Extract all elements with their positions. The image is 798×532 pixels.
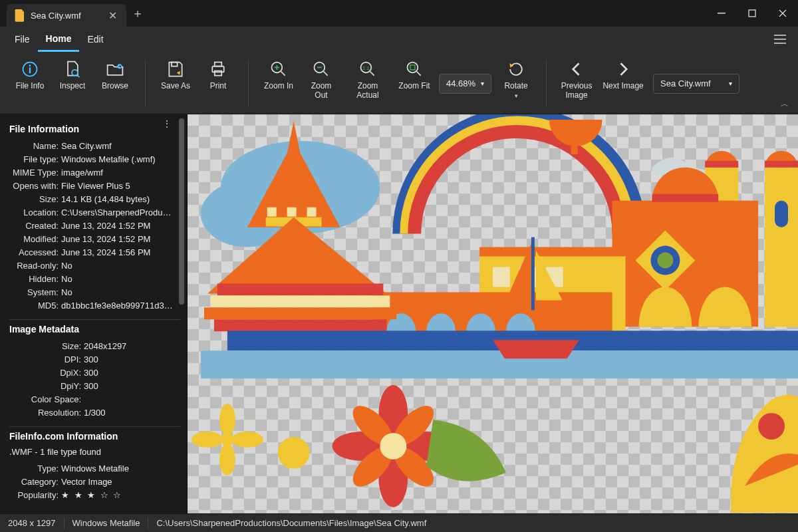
zoom-fit-icon: [405, 60, 424, 78]
inspect-icon: [63, 60, 82, 78]
prop-file-type: File type:Windows Metafile (.wmf): [9, 153, 180, 166]
file-picker-select[interactable]: Sea City.wmf ▾: [653, 74, 739, 94]
previous-image-button[interactable]: Previous Image: [556, 56, 597, 111]
save-as-button[interactable]: Save As: [155, 56, 196, 111]
svg-rect-49: [201, 350, 798, 378]
print-icon: [209, 60, 227, 78]
svg-point-5: [72, 70, 78, 76]
window-controls: [706, 0, 798, 27]
svg-point-58: [278, 437, 310, 469]
rotate-button[interactable]: Rotate ▾: [495, 56, 537, 111]
status-format: Windows Metafile: [65, 517, 149, 529]
prop-colorspace: Color Space:: [9, 393, 180, 406]
svg-point-53: [219, 404, 235, 436]
svg-point-56: [231, 432, 263, 448]
svg-point-54: [219, 444, 235, 475]
menu-file[interactable]: File: [7, 27, 38, 52]
status-path: C:\Users\SharpenedProductions\Documents\…: [148, 517, 434, 529]
prop-size: Size:14.1 KB (14,484 bytes): [9, 193, 180, 206]
svg-rect-27: [652, 194, 718, 202]
prop-resolution: Resolution:1/300: [9, 406, 180, 420]
menubar: File Home Edit: [0, 27, 798, 52]
prop-img-size: Size:2048x1297: [9, 340, 180, 353]
titlebar: Sea City.wmf ✕ ＋: [0, 0, 798, 27]
prop-readonly: Read-only:No: [9, 259, 180, 273]
minimize-button[interactable]: [706, 0, 737, 27]
print-button[interactable]: Print: [198, 56, 239, 111]
svg-rect-45: [211, 295, 390, 307]
svg-rect-9: [215, 63, 222, 66]
prop-fi-category: Category:Vector Image: [9, 475, 180, 489]
prop-dpix: DpiX:300: [9, 366, 180, 380]
next-image-button[interactable]: Next Image: [598, 56, 648, 111]
info-sidebar: ⋮ File Information Name:Sea City.wmf Fil…: [0, 114, 188, 513]
svg-rect-52: [531, 237, 535, 311]
svg-rect-1: [749, 10, 755, 17]
zoom-out-button[interactable]: Zoom Out: [301, 56, 342, 111]
zoom-in-button[interactable]: Zoom In: [258, 56, 299, 111]
image-preview: [188, 114, 798, 513]
sidebar-menu-button[interactable]: ⋮: [162, 118, 172, 129]
folder-icon: [106, 60, 124, 78]
prop-created: Created:June 13, 2024 1:52 PM: [9, 219, 180, 233]
image-canvas[interactable]: [188, 114, 798, 513]
prop-dpi: DPI:300: [9, 353, 180, 366]
sidebar-scrollbar[interactable]: [179, 118, 184, 509]
file-information-heading: File Information: [9, 124, 180, 134]
chevron-right-icon: [614, 60, 632, 78]
save-icon: [166, 60, 185, 78]
prop-accessed: Accessed:June 13, 2024 1:56 PM: [9, 246, 180, 259]
statusbar: 2048 x 1297 Windows Metafile C:\Users\Sh…: [0, 513, 798, 532]
main-area: ⋮ File Information Name:Sea City.wmf Fil…: [0, 114, 798, 513]
svg-point-55: [192, 432, 223, 448]
svg-point-3: [29, 65, 31, 66]
maximize-button[interactable]: [737, 0, 767, 27]
svg-rect-7: [172, 63, 178, 66]
svg-point-57: [221, 433, 234, 446]
chevron-down-icon: ▾: [515, 93, 518, 98]
menu-edit[interactable]: Edit: [79, 27, 111, 52]
svg-point-67: [380, 433, 406, 460]
browse-button[interactable]: Browse: [94, 56, 136, 111]
collapse-ribbon-button[interactable]: ︿: [781, 98, 789, 110]
zoom-level-select[interactable]: 44.68% ▾: [439, 74, 491, 94]
ribbon: File Info Inspect Browse Save As Print Z…: [0, 52, 798, 114]
svg-rect-19: [571, 134, 578, 154]
menu-home[interactable]: Home: [38, 27, 80, 52]
window-close-button[interactable]: [767, 0, 798, 27]
rotate-icon: [507, 60, 525, 78]
svg-rect-24: [765, 161, 798, 168]
zoom-actual-button[interactable]: 1:1 Zoom Actual: [343, 56, 392, 111]
image-metadata-heading: Image Metadata: [9, 324, 180, 334]
svg-rect-40: [267, 207, 277, 217]
svg-point-30: [657, 253, 673, 269]
prop-dpiy: DpiY:300: [9, 380, 180, 393]
tab-title: Sea City.wmf: [31, 11, 81, 21]
inspect-button[interactable]: Inspect: [52, 56, 93, 111]
prop-name: Name:Sea City.wmf: [9, 140, 180, 153]
prop-location: Location:C:\Users\SharpenedProductio...: [9, 206, 180, 219]
svg-rect-47: [214, 319, 386, 331]
file-icon: [15, 9, 25, 21]
prop-hidden: Hidden:No: [9, 273, 180, 286]
svg-point-68: [758, 413, 785, 440]
status-dimensions: 2048 x 1297: [0, 517, 65, 529]
hamburger-button[interactable]: [762, 27, 798, 52]
prop-fi-type: Type:Windows Metafile: [9, 462, 180, 475]
chevron-down-icon: ▾: [481, 80, 484, 87]
svg-rect-0: [718, 13, 726, 14]
file-info-button[interactable]: File Info: [9, 56, 51, 111]
new-tab-button[interactable]: ＋: [126, 0, 149, 27]
prop-fi-popularity: Popularity:★ ★ ★ ☆ ☆: [9, 489, 180, 502]
prop-system: System:No: [9, 286, 180, 299]
svg-rect-44: [217, 283, 383, 295]
zoom-fit-button[interactable]: Zoom Fit: [394, 56, 435, 111]
svg-rect-46: [204, 307, 396, 319]
prop-mime: MIME Type:image/wmf: [9, 166, 180, 180]
zoom-actual-icon: 1:1: [358, 60, 377, 78]
tab-close-button[interactable]: ✕: [106, 9, 120, 22]
svg-rect-25: [775, 201, 788, 227]
document-tab[interactable]: Sea City.wmf ✕: [7, 4, 126, 27]
prop-md5: MD5:db1bbc1fe3e8eb999711d349c...: [9, 299, 180, 313]
svg-rect-42: [307, 207, 317, 217]
